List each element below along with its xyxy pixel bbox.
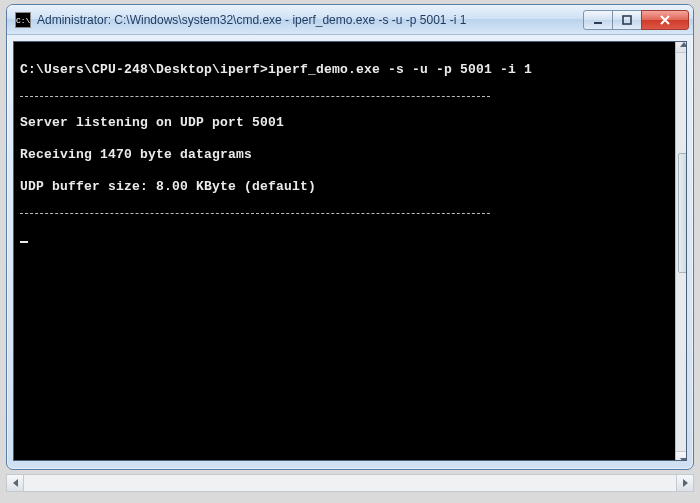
scroll-left-button[interactable] [7, 475, 24, 491]
chevron-down-icon [680, 458, 687, 462]
maximize-button[interactable] [612, 10, 642, 30]
terminal-line: Server listening on UDP port 5001 [20, 115, 680, 131]
close-button[interactable] [641, 10, 689, 30]
cmd-icon: C:\ [15, 12, 31, 28]
titlebar[interactable]: C:\ Administrator: C:\Windows\system32\c… [7, 5, 693, 35]
scroll-right-button[interactable] [676, 475, 693, 491]
close-icon [659, 15, 671, 25]
scrollbar-track[interactable] [24, 475, 676, 491]
output-divider [20, 96, 490, 97]
maximize-icon [622, 15, 632, 25]
minimize-button[interactable] [583, 10, 613, 30]
scroll-area: C:\ Administrator: C:\Windows\system32\c… [6, 4, 694, 499]
output-divider [20, 213, 490, 214]
scrollbar-thumb[interactable] [678, 153, 687, 273]
viewport: C:\ Administrator: C:\Windows\system32\c… [6, 4, 694, 499]
terminal-line: Receiving 1470 byte datagrams [20, 147, 680, 163]
terminal-vertical-scrollbar[interactable] [675, 41, 687, 461]
svg-rect-1 [623, 16, 631, 24]
chevron-left-icon [13, 479, 18, 487]
scroll-up-button[interactable] [676, 41, 687, 53]
cmd-window: C:\ Administrator: C:\Windows\system32\c… [6, 4, 694, 470]
scroll-down-button[interactable] [676, 451, 687, 461]
scrollbar-track[interactable] [676, 53, 687, 451]
terminal-line: UDP buffer size: 8.00 KByte (default) [20, 179, 680, 195]
terminal-cursor [20, 241, 28, 243]
window-title: Administrator: C:\Windows\system32\cmd.e… [37, 13, 584, 27]
chevron-up-icon [680, 42, 687, 47]
page-horizontal-scrollbar[interactable] [6, 474, 694, 492]
minimize-icon [593, 15, 603, 25]
terminal-output[interactable]: C:\Users\CPU-248\Desktop\iperf>iperf_dem… [13, 41, 687, 461]
svg-rect-0 [594, 22, 602, 24]
terminal-line-prompt: C:\Users\CPU-248\Desktop\iperf>iperf_dem… [20, 62, 680, 78]
chevron-right-icon [683, 479, 688, 487]
window-caption-buttons [584, 10, 689, 30]
